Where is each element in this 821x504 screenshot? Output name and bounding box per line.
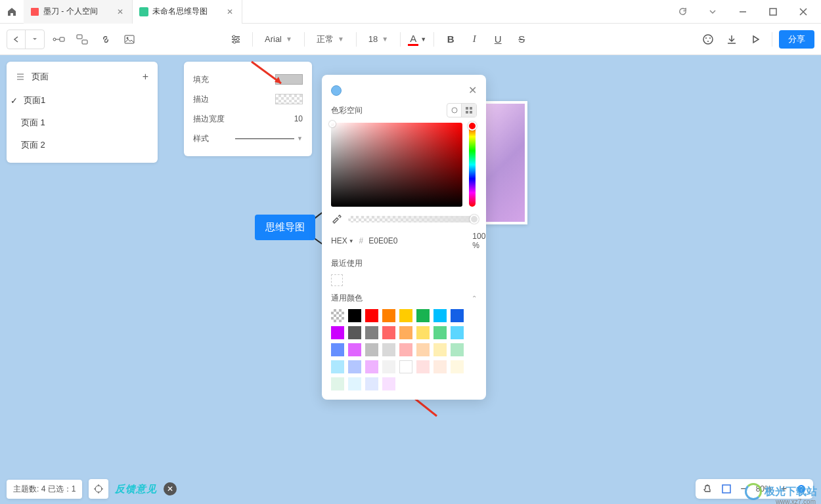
chevron-up-icon[interactable]: ⌃ bbox=[472, 295, 477, 302]
color-swatch[interactable] bbox=[382, 343, 395, 356]
bold-button[interactable]: B bbox=[441, 30, 460, 49]
feedback-close[interactable]: ✕ bbox=[164, 482, 177, 495]
color-swatch[interactable] bbox=[331, 360, 344, 373]
page-item[interactable]: 页面 1 bbox=[7, 112, 158, 134]
nav-dropdown[interactable] bbox=[26, 30, 44, 49]
italic-button[interactable]: I bbox=[464, 30, 484, 49]
color-swatch[interactable] bbox=[365, 377, 378, 390]
color-swatch[interactable] bbox=[382, 326, 395, 339]
opacity-value[interactable]: 100 % bbox=[472, 232, 485, 250]
text-color-button[interactable]: A▼ bbox=[407, 30, 427, 49]
close-window-button[interactable] bbox=[791, 3, 816, 21]
saturation-cursor[interactable] bbox=[329, 121, 336, 127]
picker-mode-toggle bbox=[447, 103, 477, 117]
color-swatch[interactable] bbox=[433, 309, 447, 322]
color-swatch[interactable] bbox=[365, 326, 378, 339]
eyedropper-button[interactable] bbox=[331, 213, 343, 225]
color-swatch[interactable] bbox=[451, 343, 464, 356]
hex-mode-select[interactable]: HEX ▼ bbox=[331, 236, 354, 245]
color-swatch[interactable] bbox=[348, 326, 361, 339]
stroke-width-value[interactable]: 10 bbox=[294, 114, 303, 123]
color-swatch[interactable] bbox=[348, 377, 361, 390]
color-swatch[interactable] bbox=[365, 360, 378, 373]
font-select[interactable]: Arial▼ bbox=[259, 30, 298, 49]
root-node[interactable]: 思维导图 bbox=[255, 215, 315, 240]
color-swatch[interactable] bbox=[451, 309, 464, 322]
play-button[interactable] bbox=[745, 30, 765, 49]
tab-workspace[interactable]: 墨刀 - 个人空间 ✕ bbox=[24, 0, 133, 24]
alpha-cursor[interactable] bbox=[470, 215, 479, 224]
color-swatch[interactable] bbox=[416, 343, 430, 356]
page-item[interactable]: 页面 2 bbox=[7, 134, 158, 156]
close-icon[interactable]: ✕ bbox=[225, 7, 235, 17]
underline-button[interactable]: U bbox=[488, 30, 508, 49]
add-page-button[interactable]: + bbox=[143, 71, 148, 83]
style-preview[interactable] bbox=[235, 138, 294, 139]
saturation-area[interactable] bbox=[331, 123, 462, 207]
color-swatch[interactable] bbox=[433, 343, 447, 356]
strikethrough-button[interactable]: S bbox=[512, 30, 531, 49]
color-swatch[interactable] bbox=[416, 360, 430, 373]
color-swatch[interactable] bbox=[348, 360, 361, 373]
recent-swatch-empty[interactable] bbox=[331, 274, 343, 286]
close-icon[interactable]: ✕ bbox=[115, 7, 125, 17]
subtopic-button[interactable] bbox=[49, 30, 68, 49]
image-card[interactable] bbox=[483, 101, 527, 224]
page-item[interactable]: 页面1 bbox=[7, 89, 158, 112]
back-button[interactable] bbox=[7, 30, 26, 49]
share-button[interactable]: 分享 bbox=[779, 30, 814, 49]
color-swatch[interactable] bbox=[451, 360, 464, 373]
frame-button[interactable] bbox=[722, 484, 731, 494]
maximize-button[interactable] bbox=[761, 3, 786, 21]
color-swatch[interactable] bbox=[399, 326, 412, 339]
link-button[interactable] bbox=[96, 30, 116, 49]
color-swatch[interactable] bbox=[416, 326, 430, 339]
color-swatch[interactable] bbox=[331, 326, 344, 339]
download-button[interactable] bbox=[722, 30, 742, 49]
color-swatch[interactable] bbox=[365, 309, 378, 322]
svg-rect-24 bbox=[470, 107, 472, 110]
theme-button[interactable] bbox=[698, 30, 718, 49]
hue-slider[interactable] bbox=[469, 123, 476, 207]
color-swatch[interactable] bbox=[399, 360, 412, 373]
alpha-slider[interactable] bbox=[348, 216, 477, 222]
hex-input[interactable] bbox=[368, 236, 467, 245]
color-swatch[interactable] bbox=[348, 309, 361, 322]
color-swatch[interactable] bbox=[365, 343, 378, 356]
refresh-button[interactable] bbox=[670, 3, 695, 21]
svg-rect-25 bbox=[466, 111, 468, 114]
color-swatch[interactable] bbox=[382, 360, 395, 373]
home-button[interactable] bbox=[0, 0, 24, 24]
grid-mode[interactable] bbox=[462, 104, 476, 117]
color-mode-solid[interactable] bbox=[331, 85, 342, 96]
color-swatch[interactable] bbox=[399, 309, 412, 322]
image-button[interactable] bbox=[120, 30, 139, 49]
color-swatch[interactable] bbox=[331, 343, 344, 356]
tab-mindmap[interactable]: 未命名思维导图 ✕ bbox=[133, 0, 242, 24]
settings-button[interactable] bbox=[226, 30, 246, 49]
color-swatch[interactable] bbox=[399, 343, 412, 356]
related-topic-button[interactable] bbox=[72, 30, 92, 49]
close-icon[interactable]: ✕ bbox=[468, 84, 477, 96]
hue-cursor[interactable] bbox=[468, 121, 477, 131]
feedback-link[interactable]: 反馈意见 bbox=[115, 483, 157, 495]
weight-select[interactable]: 正常▼ bbox=[311, 30, 349, 49]
stroke-swatch[interactable] bbox=[275, 94, 303, 104]
color-swatch[interactable] bbox=[451, 326, 464, 339]
wheel-mode[interactable] bbox=[447, 104, 462, 117]
color-swatch[interactable] bbox=[382, 309, 395, 322]
color-swatch[interactable] bbox=[416, 309, 430, 322]
color-swatch[interactable] bbox=[348, 343, 361, 356]
locate-button[interactable] bbox=[89, 479, 108, 499]
color-swatch[interactable] bbox=[331, 377, 344, 390]
minimize-button[interactable] bbox=[730, 3, 755, 21]
fill-swatch[interactable] bbox=[275, 74, 303, 85]
color-swatch[interactable] bbox=[433, 326, 447, 339]
color-swatch[interactable] bbox=[433, 360, 447, 373]
color-swatch[interactable] bbox=[331, 309, 344, 322]
pan-button[interactable] bbox=[702, 484, 713, 494]
color-swatch[interactable] bbox=[382, 377, 395, 390]
canvas[interactable]: 页面 + 页面1 页面 1 页面 2 填充 描边 描边宽度10 样式▼ 思维导图… bbox=[0, 55, 821, 504]
dropdown-button[interactable] bbox=[700, 3, 725, 21]
size-select[interactable]: 18▼ bbox=[363, 30, 393, 49]
